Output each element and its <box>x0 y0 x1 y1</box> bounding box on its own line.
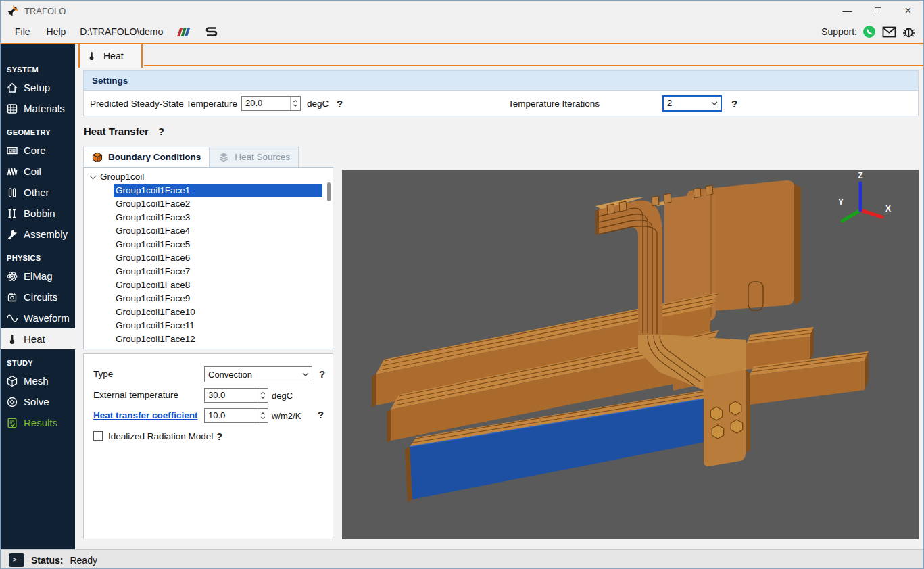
heat-transfer-help-icon[interactable]: ? <box>158 126 164 137</box>
tree-row[interactable]: Group1coil1Face9 <box>114 292 322 305</box>
materials-grid-icon <box>6 103 18 115</box>
thermometer-icon <box>6 333 18 345</box>
spin-down-icon[interactable] <box>260 396 266 399</box>
sidebar-item-core[interactable]: Core <box>1 140 75 161</box>
htc-help-icon[interactable]: ? <box>318 409 324 420</box>
sidebar-item-setup[interactable]: Setup <box>1 77 75 98</box>
spin-up-icon[interactable] <box>260 412 266 415</box>
tree-row[interactable]: Group1coil1Face4 <box>114 224 322 238</box>
other-parts-icon <box>6 187 18 199</box>
sidebar-item-elmag[interactable]: ElMag <box>1 266 75 287</box>
spinner-buttons[interactable] <box>258 409 268 422</box>
tab-heat-label: Heat <box>103 51 124 61</box>
tree-row[interactable]: Group1coil1Face5 <box>114 238 322 251</box>
psst-help-icon[interactable]: ? <box>337 97 343 109</box>
psst-label: Predicted Steady-State Temperature <box>90 98 237 108</box>
external-temperature-unit: degC <box>272 391 293 401</box>
spinner-buttons[interactable] <box>258 389 268 402</box>
spin-down-icon[interactable] <box>260 416 266 419</box>
bug-report-icon[interactable] <box>902 25 915 39</box>
type-dropdown[interactable]: Convection <box>204 366 312 382</box>
htc-spinner[interactable]: 10.0 <box>204 408 268 423</box>
sidebar-item-results[interactable]: Results <box>1 412 75 433</box>
sidebar-item-heat[interactable]: Heat <box>1 328 75 349</box>
tree-row[interactable]: Group1coil1Face7 <box>114 265 322 278</box>
status-label: Status: <box>31 555 63 566</box>
sidebar-section-study: STUDY <box>1 349 75 370</box>
htc-value: 10.0 <box>205 409 258 422</box>
type-help-icon[interactable]: ? <box>319 368 325 380</box>
boundary-tabs: Boundary Conditions Heat Sources <box>83 147 333 167</box>
tree-row[interactable]: Group1coil1Face12 <box>114 332 322 346</box>
external-temperature-value: 30.0 <box>205 389 258 402</box>
maximize-button[interactable] <box>862 1 893 21</box>
tab-heat[interactable]: Heat <box>78 44 143 68</box>
sidebar-item-other[interactable]: Other <box>1 182 75 203</box>
sidebar-item-circuits[interactable]: Circuits <box>1 287 75 307</box>
sidebar-section-geometry: GEOMETRY <box>1 119 75 140</box>
tree-scrollbar[interactable] <box>327 182 331 201</box>
viewport-3d[interactable]: Z Y X <box>342 170 919 539</box>
s-logo-icon[interactable] <box>198 24 225 39</box>
tree-row[interactable]: Group1coil1Face11 <box>114 319 322 332</box>
tree-row[interactable]: Group1coil1Face2 <box>114 197 322 211</box>
htc-unit: w/m2/K <box>272 411 301 421</box>
spin-up-icon[interactable] <box>293 100 298 103</box>
settings-title: Settings <box>84 71 918 91</box>
tree-row[interactable]: Group1coil1Face10 <box>114 305 322 319</box>
stripes-icon[interactable] <box>170 25 197 39</box>
idealized-radiation-checkbox[interactable] <box>93 431 103 441</box>
sidebar: SYSTEM Setup Materials GEOMETRY Core Coi… <box>1 43 75 549</box>
sidebar-item-label: Core <box>24 145 46 156</box>
tab-heat-sources[interactable]: Heat Sources <box>210 147 299 167</box>
axis-y-label: Y <box>838 197 844 207</box>
spin-up-icon[interactable] <box>260 392 266 395</box>
tree-row[interactable]: Group1coil1Face8 <box>114 278 322 292</box>
cube-icon <box>92 152 103 163</box>
sidebar-item-assembly[interactable]: Assembly <box>1 224 75 245</box>
sidebar-item-solve[interactable]: Solve <box>1 391 75 412</box>
status-bar: >_ Status: Ready <box>1 549 923 569</box>
sidebar-item-label: Setup <box>24 82 50 93</box>
ti-dropdown[interactable]: 2 <box>662 95 722 112</box>
ti-value: 2 <box>664 98 708 108</box>
sidebar-item-coil[interactable]: Coil <box>1 161 75 182</box>
tab-boundary-conditions[interactable]: Boundary Conditions <box>83 147 210 167</box>
menu-file[interactable]: File <box>7 24 38 40</box>
tab-strip: Heat <box>75 43 923 66</box>
email-icon[interactable] <box>882 26 896 38</box>
htc-link[interactable]: Heat transfer coefficient <box>93 410 198 420</box>
sidebar-item-label: Waveform <box>24 312 70 324</box>
faces-tree[interactable]: Group1coil Group1coil1Face1 Group1coil1F… <box>83 167 333 349</box>
close-button[interactable]: × <box>893 1 923 21</box>
spinner-buttons[interactable] <box>290 97 300 110</box>
external-temperature-spinner[interactable]: 30.0 <box>204 388 268 403</box>
tree-root-group[interactable]: Group1coil <box>84 170 333 184</box>
sidebar-item-materials[interactable]: Materials <box>1 98 75 119</box>
tree-row[interactable]: Group1coil1Face6 <box>114 251 322 265</box>
tree-row[interactable]: Group1coil1Face3 <box>114 211 322 224</box>
whatsapp-icon[interactable] <box>862 25 876 39</box>
solve-icon <box>6 396 18 408</box>
spin-down-icon[interactable] <box>293 104 298 107</box>
sidebar-item-label: Materials <box>24 103 65 114</box>
bobbin-icon <box>6 207 18 220</box>
axis-z-label: Z <box>858 171 862 180</box>
support-label: Support: <box>821 26 857 37</box>
sidebar-item-bobbin[interactable]: Bobbin <box>1 203 75 224</box>
ti-help-icon[interactable]: ? <box>731 97 737 109</box>
axis-x-label: X <box>885 204 891 214</box>
sidebar-item-waveform[interactable]: Waveform <box>1 307 75 328</box>
mesh-cube-icon <box>6 375 18 387</box>
radiation-help-icon[interactable]: ? <box>216 430 222 442</box>
psst-spinner[interactable]: 20.0 <box>241 96 301 111</box>
heat-transfer-title: Heat Transfer <box>84 126 149 137</box>
chevron-down-icon <box>302 372 309 376</box>
sidebar-item-mesh[interactable]: Mesh <box>1 370 75 391</box>
minimize-button[interactable]: — <box>832 1 862 21</box>
tree-row[interactable]: Group1coil1Face1 <box>114 184 322 197</box>
menu-help[interactable]: Help <box>39 24 74 40</box>
bolt-plate[interactable] <box>704 370 750 466</box>
sidebar-item-label: Other <box>24 187 49 198</box>
chevron-down-icon[interactable] <box>90 172 97 179</box>
